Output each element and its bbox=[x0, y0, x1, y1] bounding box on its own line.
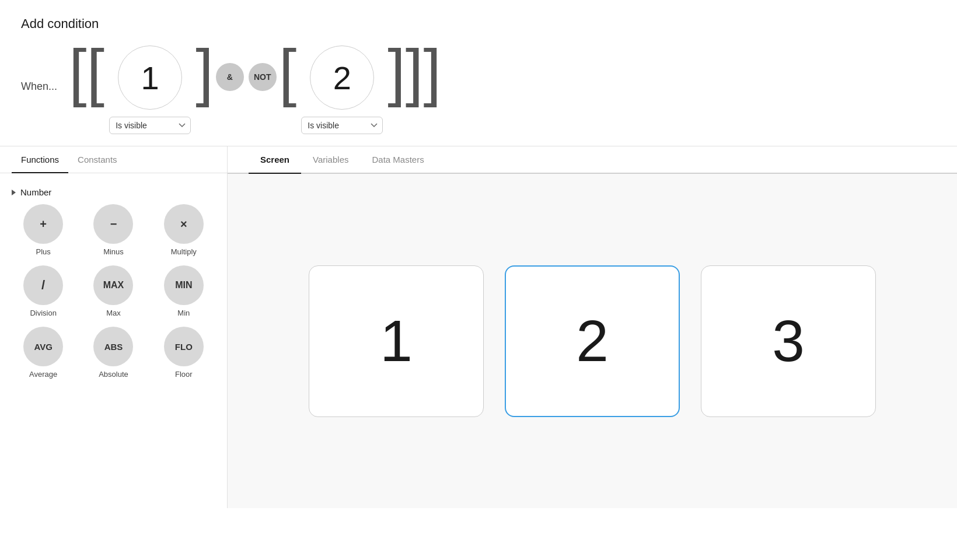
func-division[interactable]: / Division bbox=[12, 265, 75, 317]
outer-bracket-open: [ bbox=[69, 40, 87, 104]
func-min[interactable]: MIN Min bbox=[152, 265, 215, 317]
tab-functions[interactable]: Functions bbox=[12, 146, 68, 173]
top-section: Add condition When... [ [ 1 Is visible I… bbox=[0, 0, 957, 146]
func-max-circle: MAX bbox=[93, 265, 133, 305]
tab-screen[interactable]: Screen bbox=[249, 146, 301, 173]
func-minus[interactable]: − Minus bbox=[82, 204, 145, 256]
node-1-select[interactable]: Is visible Is hidden Is enabled Is disab… bbox=[109, 117, 191, 134]
screen-card-1[interactable]: 1 bbox=[309, 265, 484, 417]
screen-card-3[interactable]: 3 bbox=[701, 265, 876, 417]
func-average[interactable]: AVG Average bbox=[12, 327, 75, 379]
left-tab-bar: Functions Constants bbox=[0, 146, 227, 173]
category-label: Number bbox=[20, 187, 51, 197]
right-panel: Screen Variables Data Masters 1 2 3 bbox=[228, 146, 957, 508]
func-division-label: Division bbox=[30, 309, 57, 317]
outer-bracket-close: ]] bbox=[406, 40, 441, 104]
func-floor-label: Floor bbox=[175, 370, 193, 379]
chevron-right-icon bbox=[12, 190, 16, 195]
node-1-circle[interactable]: 1 bbox=[118, 46, 182, 110]
node-2-circle[interactable]: 2 bbox=[310, 46, 374, 110]
func-plus[interactable]: + Plus bbox=[12, 204, 75, 256]
tab-variables[interactable]: Variables bbox=[301, 146, 360, 173]
inner-bracket-open-2: [ bbox=[279, 40, 297, 104]
func-plus-circle: + bbox=[23, 204, 63, 244]
operator-and[interactable]: & bbox=[216, 63, 244, 91]
func-max-label: Max bbox=[106, 309, 121, 317]
screen-card-2[interactable]: 2 bbox=[505, 265, 680, 417]
func-min-circle: MIN bbox=[164, 265, 204, 305]
functions-content: Number + Plus − Minus × Multiply / Div bbox=[0, 173, 227, 508]
func-division-circle: / bbox=[23, 265, 63, 305]
left-panel: Functions Constants Number + Plus − Minu… bbox=[0, 146, 228, 508]
func-floor[interactable]: FLO Floor bbox=[152, 327, 215, 379]
condition-node-1: 1 Is visible Is hidden Is enabled Is dis… bbox=[109, 46, 191, 134]
operator-not[interactable]: NOT bbox=[249, 63, 277, 91]
func-min-label: Min bbox=[177, 309, 190, 317]
node-2-select[interactable]: Is visible Is hidden Is enabled Is disab… bbox=[301, 117, 383, 134]
tab-data-masters[interactable]: Data Masters bbox=[360, 146, 435, 173]
func-max[interactable]: MAX Max bbox=[82, 265, 145, 317]
when-label: When... bbox=[21, 46, 57, 93]
category-number[interactable]: Number bbox=[12, 183, 215, 204]
func-average-label: Average bbox=[29, 370, 57, 379]
func-absolute[interactable]: ABS Absolute bbox=[82, 327, 145, 379]
func-minus-circle: − bbox=[93, 204, 133, 244]
func-multiply[interactable]: × Multiply bbox=[152, 204, 215, 256]
bottom-section: Functions Constants Number + Plus − Minu… bbox=[0, 146, 957, 508]
inner-bracket-close-2: ] bbox=[387, 40, 406, 104]
func-floor-circle: FLO bbox=[164, 327, 204, 366]
func-minus-label: Minus bbox=[103, 247, 124, 256]
func-multiply-label: Multiply bbox=[171, 247, 197, 256]
tab-constants[interactable]: Constants bbox=[68, 146, 127, 173]
screen-content: 1 2 3 bbox=[228, 174, 957, 508]
func-average-circle: AVG bbox=[23, 327, 63, 366]
func-absolute-label: Absolute bbox=[99, 370, 128, 379]
condition-node-2: 2 Is visible Is hidden Is enabled Is dis… bbox=[301, 46, 383, 134]
page-title: Add condition bbox=[21, 16, 936, 32]
right-tab-bar: Screen Variables Data Masters bbox=[228, 146, 957, 174]
inner-bracket-close-1: ] bbox=[195, 40, 214, 104]
func-multiply-circle: × bbox=[164, 204, 204, 244]
inner-bracket-open-1: [ bbox=[87, 40, 105, 104]
func-plus-label: Plus bbox=[36, 247, 51, 256]
functions-grid: + Plus − Minus × Multiply / Division MAX bbox=[12, 204, 215, 386]
condition-builder: When... [ [ 1 Is visible Is hidden Is en… bbox=[21, 46, 936, 134]
func-absolute-circle: ABS bbox=[93, 327, 133, 366]
